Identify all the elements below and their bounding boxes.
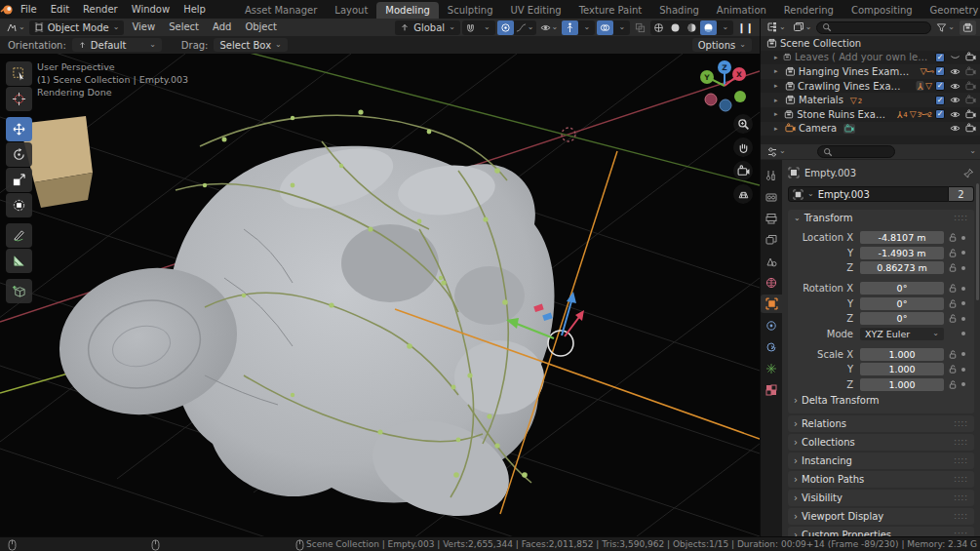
outliner-filter-dropdown[interactable] xyxy=(934,20,957,35)
tab-object[interactable] xyxy=(761,295,782,313)
new-collection-button[interactable] xyxy=(960,20,976,35)
pin-id-icon[interactable] xyxy=(963,168,974,178)
outliner-row-materials[interactable]: ▸ Materials ▽2 xyxy=(761,93,980,107)
properties-editor-dropdown[interactable] xyxy=(764,144,788,159)
shading-material[interactable] xyxy=(684,20,700,35)
tab-world[interactable] xyxy=(761,273,782,292)
tool-move[interactable] xyxy=(6,117,32,141)
scale-z-input[interactable]: 1.000 xyxy=(860,378,944,391)
panel-grip-icon[interactable]: :::: xyxy=(954,214,968,222)
eye-icon[interactable] xyxy=(950,123,960,134)
collections-panel[interactable]: Collections:::: xyxy=(788,434,974,451)
camera-render-icon[interactable] xyxy=(965,81,976,92)
users-count-badge[interactable]: 2 xyxy=(949,186,974,202)
animate-dot[interactable] xyxy=(961,332,965,335)
tab-object-data[interactable] xyxy=(761,359,782,377)
menu-select[interactable]: Select xyxy=(163,19,205,36)
outliner-row-crawling-vines[interactable]: ▸ Crawling Vines Example Y▽ xyxy=(761,79,980,94)
expand-icon[interactable]: ▸ xyxy=(774,67,782,75)
proportional-edit-toggle[interactable] xyxy=(497,20,514,35)
properties-scrollbar[interactable] xyxy=(976,183,979,300)
gizmos-toggle[interactable] xyxy=(562,20,578,35)
pause-render-button[interactable]: ❙❙ xyxy=(735,20,756,35)
tab-tool[interactable] xyxy=(761,166,782,184)
camera-view-button[interactable] xyxy=(733,161,753,180)
tab-sculpting[interactable]: Sculpting xyxy=(439,2,502,19)
camera-render-icon[interactable] xyxy=(965,123,976,134)
tool-annotate[interactable] xyxy=(6,223,32,248)
animate-dot[interactable] xyxy=(961,266,965,270)
tab-geometry-nodes[interactable]: Geometry Nodes xyxy=(921,2,980,19)
eye-icon[interactable] xyxy=(950,81,960,92)
panel-grip-icon[interactable]: :::: xyxy=(954,456,968,465)
navigation-gizmo[interactable]: Z Y X xyxy=(695,59,756,116)
xray-toggle[interactable] xyxy=(632,20,648,35)
mode-dropdown[interactable]: Object Mode xyxy=(29,20,125,35)
panel-grip-icon[interactable]: :::: xyxy=(954,493,968,502)
animate-dot[interactable] xyxy=(961,301,965,305)
tab-scene[interactable] xyxy=(761,252,782,270)
gizmo-settings-dropdown[interactable] xyxy=(578,20,595,35)
drag-select[interactable]: Select Box xyxy=(214,38,287,52)
outliner-row-camera[interactable]: ▸ Camera xyxy=(761,122,980,137)
menu-window[interactable]: Window xyxy=(125,0,176,19)
shading-solid[interactable] xyxy=(667,20,684,35)
animate-dot[interactable] xyxy=(961,236,965,240)
lock-icon[interactable] xyxy=(948,262,958,273)
viewport-canvas[interactable]: User Perspective (1) Scene Collection | … xyxy=(0,54,760,536)
tool-scale[interactable] xyxy=(6,168,32,192)
lock-icon[interactable] xyxy=(948,232,958,243)
outliner-editor-dropdown[interactable] xyxy=(764,20,788,35)
outliner-display-mode-dropdown[interactable] xyxy=(791,20,814,35)
instancing-panel[interactable]: Instancing:::: xyxy=(788,453,974,469)
tab-rendering[interactable]: Rendering xyxy=(775,2,843,19)
lock-icon[interactable] xyxy=(948,313,958,324)
lock-icon[interactable] xyxy=(948,298,958,309)
exclude-checkbox[interactable] xyxy=(935,109,945,119)
animate-dot[interactable] xyxy=(961,251,965,255)
tool-transform[interactable] xyxy=(6,193,32,217)
falloff-dropdown[interactable] xyxy=(514,20,536,35)
tab-compositing[interactable]: Compositing xyxy=(843,2,921,19)
rotation-mode-select[interactable]: XYZ Euler xyxy=(860,328,944,340)
animate-dot[interactable] xyxy=(961,368,965,372)
expand-icon[interactable]: ▸ xyxy=(774,125,782,133)
panel-grip-icon[interactable]: :::: xyxy=(954,475,968,484)
lock-icon[interactable] xyxy=(948,364,958,374)
eye-closed-icon[interactable] xyxy=(950,52,960,62)
visibility-panel[interactable]: Visibility:::: xyxy=(788,490,974,506)
outliner-search-input[interactable] xyxy=(816,21,931,34)
panel-grip-icon[interactable]: :::: xyxy=(954,512,968,521)
properties-search-input[interactable] xyxy=(817,145,895,158)
scale-y-input[interactable]: 1.000 xyxy=(860,363,944,375)
tab-uv-editing[interactable]: UV Editing xyxy=(502,2,570,19)
viewport-display-panel[interactable]: Viewport Display:::: xyxy=(788,508,974,525)
shading-dropdown[interactable] xyxy=(717,20,733,35)
location-y-input[interactable]: -1.4903 m xyxy=(860,247,944,259)
delta-transform-header[interactable]: Delta Transform xyxy=(788,393,974,408)
properties-options-dropdown[interactable] xyxy=(969,146,976,157)
outliner-row-stone-ruins[interactable]: ▸ Stone Ruins Example Y4 ▽3 ⟆2 xyxy=(761,107,980,122)
eye-icon[interactable] xyxy=(950,95,960,105)
menu-help[interactable]: Help xyxy=(176,0,213,19)
panel-grip-icon[interactable]: :::: xyxy=(954,438,968,447)
shading-wireframe[interactable] xyxy=(650,20,667,35)
zoom-button[interactable] xyxy=(733,114,753,134)
tool-measure[interactable] xyxy=(6,249,32,273)
rotation-y-input[interactable]: 0° xyxy=(860,297,944,310)
camera-render-icon[interactable] xyxy=(965,109,976,120)
menu-edit[interactable]: Edit xyxy=(44,0,76,19)
panel-grip-icon[interactable]: :::: xyxy=(954,419,968,428)
expand-icon[interactable]: ▸ xyxy=(774,82,782,90)
exclude-checkbox[interactable] xyxy=(935,53,945,62)
tab-render[interactable] xyxy=(761,187,782,206)
menu-view[interactable]: View xyxy=(126,19,161,36)
lock-icon[interactable] xyxy=(948,379,958,390)
rotation-x-input[interactable]: 0° xyxy=(860,282,944,295)
expand-icon[interactable]: ▸ xyxy=(774,110,781,118)
camera-render-icon[interactable] xyxy=(965,52,976,62)
tool-rotate[interactable] xyxy=(6,142,32,167)
tab-layout[interactable]: Layout xyxy=(326,2,376,19)
pan-hand-button[interactable] xyxy=(733,138,753,157)
camera-render-icon[interactable] xyxy=(965,95,976,105)
